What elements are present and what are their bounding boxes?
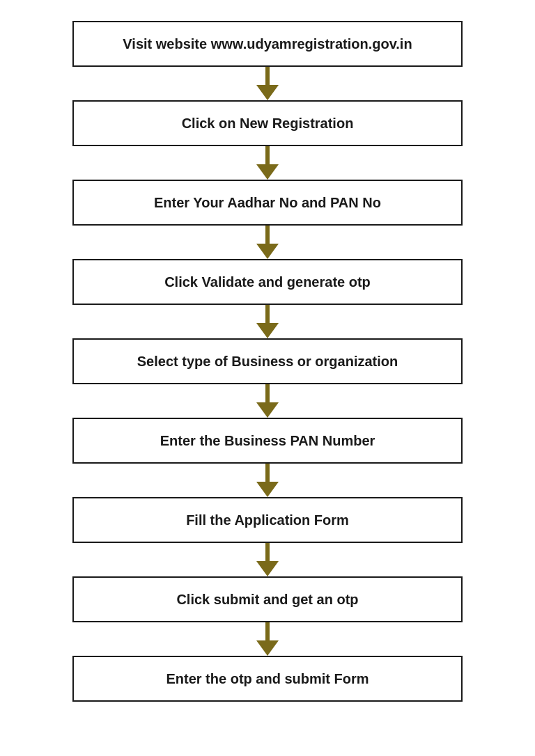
arrow-shaft-icon — [265, 622, 270, 640]
flow-step-6: Enter the Business PAN Number — [72, 418, 463, 464]
arrow-head-icon — [256, 85, 279, 100]
flow-step-8: Click submit and get an otp — [72, 576, 463, 622]
arrow-2 — [256, 146, 279, 180]
arrow-8 — [256, 622, 279, 656]
flow-step-4: Click Validate and generate otp — [72, 259, 463, 305]
arrow-head-icon — [256, 244, 279, 259]
flow-step-9: Enter the otp and submit Form — [72, 656, 463, 702]
flow-step-7: Fill the Application Form — [72, 497, 463, 543]
flow-step-1: Visit website www.udyamregistration.gov.… — [72, 21, 463, 67]
arrow-head-icon — [256, 561, 279, 576]
arrow-shaft-icon — [265, 67, 270, 85]
flow-step-2: Click on New Registration — [72, 100, 463, 146]
flowchart: Visit website www.udyamregistration.gov.… — [72, 21, 463, 702]
arrow-shaft-icon — [265, 384, 270, 402]
arrow-shaft-icon — [265, 464, 270, 482]
arrow-head-icon — [256, 482, 279, 497]
flow-step-3: Enter Your Aadhar No and PAN No — [72, 180, 463, 226]
arrow-head-icon — [256, 640, 279, 656]
arrow-shaft-icon — [265, 305, 270, 323]
flow-step-5: Select type of Business or organization — [72, 338, 463, 384]
arrow-1 — [256, 67, 279, 100]
arrow-shaft-icon — [265, 146, 270, 164]
arrow-4 — [256, 305, 279, 338]
arrow-head-icon — [256, 402, 279, 418]
arrow-3 — [256, 226, 279, 259]
arrow-head-icon — [256, 323, 279, 338]
arrow-head-icon — [256, 164, 279, 180]
arrow-shaft-icon — [265, 543, 270, 561]
arrow-5 — [256, 384, 279, 418]
arrow-6 — [256, 464, 279, 497]
arrow-shaft-icon — [265, 226, 270, 244]
arrow-7 — [256, 543, 279, 576]
